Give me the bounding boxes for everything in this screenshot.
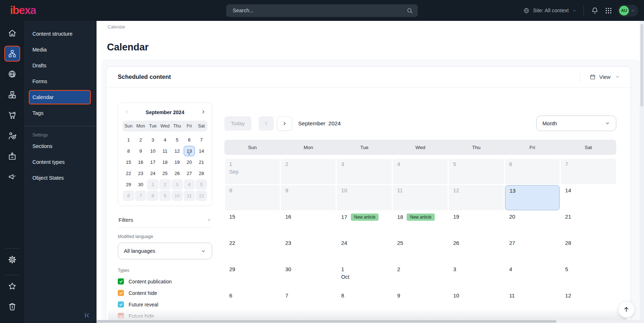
sidebar-item-content-structure[interactable]: Content structure [24, 26, 97, 42]
mini-calendar-day-cell[interactable]: 1 [123, 135, 134, 145]
rail-item-commerce[interactable] [4, 107, 20, 123]
mini-calendar-day-cell[interactable]: 11 [184, 190, 195, 201]
calendar-day-cell[interactable]: 13 [505, 185, 560, 210]
collapse-sidebar-button[interactable] [83, 311, 91, 319]
sidebar-item-tags[interactable]: Tags [24, 105, 97, 121]
calendar-day-cell[interactable]: 15 [225, 211, 280, 237]
mini-calendar-day-cell[interactable]: 12 [171, 146, 183, 156]
checkbox-checked-icon[interactable] [118, 313, 124, 319]
calendar-day-cell[interactable]: 3 [337, 159, 392, 184]
mini-calendar-day-cell[interactable]: 30 [135, 179, 147, 190]
mini-calendar-day-cell[interactable]: 9 [159, 190, 171, 201]
vertical-scrollbar-thumb[interactable] [640, 24, 643, 107]
event-badge[interactable]: New article [351, 214, 379, 221]
mini-calendar-day-cell[interactable]: 8 [123, 146, 134, 156]
mini-next-month-button[interactable] [200, 109, 207, 116]
calendar-day-cell[interactable]: 11 [393, 185, 448, 210]
view-mode-select[interactable]: Month [536, 116, 616, 131]
rail-item-bookmarks[interactable] [4, 278, 20, 294]
calendar-day-cell[interactable]: 10 [449, 290, 504, 315]
event-badge[interactable]: New article [407, 214, 434, 221]
calendar-day-cell[interactable]: 29 [225, 264, 280, 289]
search-box[interactable] [226, 4, 418, 17]
checkbox-checked-icon[interactable] [118, 290, 124, 296]
sidebar-item-sections[interactable]: Sections [24, 138, 97, 154]
calendar-day-cell[interactable]: 7 [561, 159, 616, 184]
calendar-day-cell[interactable]: 10 [337, 185, 392, 210]
mini-calendar-day-cell[interactable]: 6 [184, 135, 195, 145]
calendar-day-cell[interactable]: 4 [393, 159, 448, 184]
mini-calendar-day-cell[interactable]: 13 [184, 146, 195, 156]
prev-month-button[interactable] [259, 116, 274, 131]
vertical-scrollbar[interactable] [640, 21, 644, 320]
checkbox-checked-icon[interactable] [118, 278, 124, 284]
mini-calendar-day-cell[interactable]: 29 [123, 179, 134, 190]
calendar-day-cell[interactable]: 30 [281, 264, 336, 289]
search-input[interactable] [226, 8, 406, 13]
mini-calendar-day-cell[interactable]: 7 [135, 190, 147, 201]
mini-calendar-day-cell[interactable]: 4 [159, 135, 171, 145]
notifications-button[interactable] [591, 6, 599, 15]
calendar-day-cell[interactable]: 12 [561, 290, 616, 315]
rail-item-trash[interactable] [4, 299, 20, 315]
mini-calendar-day-cell[interactable]: 2 [135, 135, 147, 145]
mini-calendar-day-cell[interactable]: 3 [147, 135, 158, 145]
checkbox-checked-icon[interactable] [118, 301, 124, 308]
mini-calendar-day-cell[interactable]: 17 [147, 157, 158, 167]
calendar-day-cell[interactable]: 9 [281, 185, 336, 210]
mini-calendar-day-cell[interactable]: 28 [196, 168, 207, 179]
calendar-day-cell[interactable]: 23 [281, 238, 336, 263]
rail-item-admin[interactable] [4, 252, 20, 268]
calendar-day-cell[interactable]: 25 [393, 238, 448, 263]
mini-calendar-day-cell[interactable]: 24 [147, 168, 158, 179]
mini-calendar-day-cell[interactable]: 11 [159, 146, 171, 156]
calendar-day-cell[interactable]: 3 [449, 264, 504, 289]
calendar-day-cell[interactable]: 19 [449, 211, 504, 237]
mini-calendar-day-cell[interactable]: 22 [123, 168, 134, 179]
mini-calendar-day-cell[interactable]: 7 [196, 135, 207, 145]
calendar-day-cell[interactable]: 27 [505, 238, 560, 263]
calendar-day-cell[interactable]: 11 [505, 290, 560, 315]
sidebar-item-forms[interactable]: Forms [24, 73, 97, 89]
calendar-day-cell[interactable]: 21 [561, 211, 616, 237]
horizontal-scrollbar[interactable] [97, 320, 644, 323]
mini-calendar-day-cell[interactable]: 27 [184, 168, 195, 179]
mini-calendar-day-cell[interactable]: 9 [135, 146, 147, 156]
calendar-day-cell[interactable]: 1Oct [337, 264, 392, 289]
calendar-day-cell[interactable]: 14 [561, 185, 616, 210]
mini-calendar-day-cell[interactable]: 19 [171, 157, 183, 167]
mini-calendar-day-cell[interactable]: 21 [196, 157, 207, 167]
sidebar-item-content-types[interactable]: Content types [24, 154, 97, 170]
mini-calendar-day-cell[interactable]: 5 [196, 179, 207, 190]
calendar-day-cell[interactable]: 2 [393, 264, 448, 289]
calendar-day-cell[interactable]: 1Sep [225, 159, 280, 184]
scroll-to-top-button[interactable] [618, 301, 635, 318]
type-filter-content-publication[interactable]: Content publication [118, 278, 212, 284]
mini-calendar-day-cell[interactable]: 4 [184, 179, 195, 190]
calendar-day-cell[interactable]: 17New article [337, 211, 392, 237]
rail-item-site[interactable] [4, 66, 20, 82]
sidebar-item-drafts[interactable]: Drafts [24, 58, 97, 73]
calendar-day-cell[interactable]: 16 [281, 211, 336, 237]
mini-calendar-day-cell[interactable]: 6 [123, 190, 134, 201]
calendar-day-cell[interactable]: 6 [225, 290, 280, 315]
calendar-day-cell[interactable]: 7 [281, 290, 336, 315]
mini-calendar-day-cell[interactable]: 20 [184, 157, 195, 167]
calendar-day-cell[interactable]: 20 [505, 211, 560, 237]
mini-calendar-day-cell[interactable]: 26 [171, 168, 183, 179]
calendar-day-cell[interactable]: 18New article [393, 211, 448, 237]
type-filter-future-hide[interactable]: Future hide [118, 313, 212, 319]
type-filter-content-hide[interactable]: Content hide [118, 290, 212, 296]
calendar-day-cell[interactable]: 26 [449, 238, 504, 263]
mini-calendar-day-cell[interactable]: 2 [159, 179, 171, 190]
mini-calendar-day-cell[interactable]: 1 [147, 179, 158, 190]
calendar-day-cell[interactable]: 12 [449, 185, 504, 210]
type-filter-future-reveal[interactable]: Future reveal [118, 301, 212, 308]
sidebar-item-media[interactable]: Media [24, 42, 97, 58]
rail-item-product-catalog[interactable] [4, 87, 20, 103]
calendar-day-cell[interactable]: 24 [337, 238, 392, 263]
sidebar-item-calendar[interactable]: Calendar [29, 90, 91, 104]
mini-calendar-day-cell[interactable]: 5 [171, 135, 183, 145]
site-context-dropdown[interactable]: Site: All context [523, 7, 577, 14]
mini-calendar-day-cell[interactable]: 14 [196, 146, 207, 156]
